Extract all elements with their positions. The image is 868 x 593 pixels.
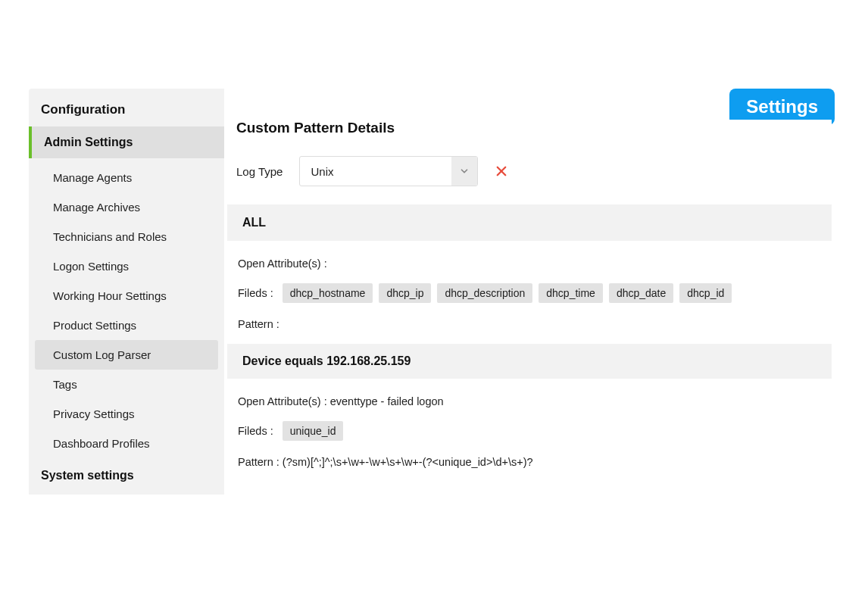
field-tag: dhcp_hostname [283,283,373,303]
sidebar-item-tags[interactable]: Tags [35,370,218,399]
log-type-value: Unix [300,165,451,178]
section-all-pattern: Pattern : [227,315,832,342]
close-icon[interactable] [495,164,508,178]
field-tag: dhcp_description [437,283,532,303]
log-type-label: Log Type [236,165,283,178]
section-all-open-attrs: Open Attribute(s) : [227,253,832,274]
sidebar-item-technicians-roles[interactable]: Technicians and Roles [35,222,218,251]
section-device-pattern: Pattern : (?sm)[^;]^;\s+\w+-\w+\s+\w+-(?… [227,453,832,480]
field-tag: dhcp_time [539,283,603,303]
sidebar-section-system-settings[interactable]: System settings [29,458,224,490]
sidebar-item-dashboard-profiles[interactable]: Dashboard Profiles [35,429,218,458]
sidebar-item-logon-settings[interactable]: Logon Settings [35,251,218,281]
section-all-fields: Fileds : dhcp_hostname dhcp_ip dhcp_desc… [227,282,832,304]
fields-label: Fileds : [238,287,273,299]
section-device-fields: Fileds : unique_id [227,420,832,442]
section-all-header: ALL [227,204,832,241]
sidebar-item-manage-agents[interactable]: Manage Agents [35,163,218,192]
sidebar-item-manage-archives[interactable]: Manage Archives [35,192,218,222]
sidebar-item-product-settings[interactable]: Product Settings [35,311,218,340]
page-title: Custom Pattern Details [227,120,832,136]
field-tag: dhcp_ip [379,283,431,303]
field-tag: unique_id [283,421,344,441]
log-type-select[interactable]: Unix [299,156,478,186]
section-device-open-attrs: Open Attribute(s) : eventtype - failed l… [227,391,832,412]
fields-label: Fileds : [238,425,273,437]
log-type-row: Log Type Unix [227,156,832,186]
section-device-header: Device equals 192.168.25.159 [227,344,832,379]
field-tag: dhcp_id [679,283,732,303]
sidebar: Configuration Admin Settings Manage Agen… [29,89,224,495]
sidebar-section-admin-settings[interactable]: Admin Settings [29,126,224,158]
main-panel: Custom Pattern Details Log Type Unix ALL… [227,120,832,480]
field-tag: dhcp_date [609,283,673,303]
sidebar-item-working-hour-settings[interactable]: Working Hour Settings [35,281,218,311]
sidebar-item-custom-log-parser[interactable]: Custom Log Parser [35,340,218,370]
sidebar-item-privacy-settings[interactable]: Privacy Settings [35,399,218,429]
chevron-down-icon [451,157,477,186]
sidebar-header: Configuration [29,89,224,126]
